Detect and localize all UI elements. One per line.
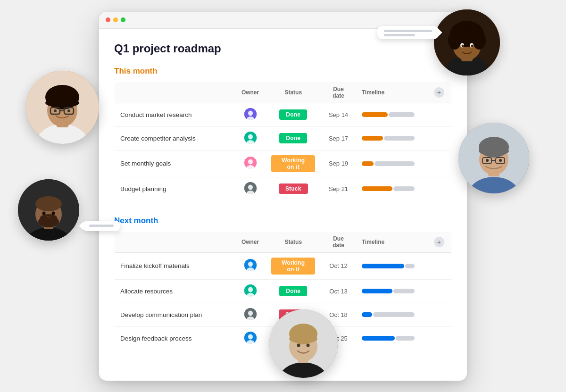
timeline-bar	[362, 336, 418, 341]
svg-point-65	[248, 262, 253, 267]
timeline-cell	[356, 252, 428, 279]
add-task-button-1[interactable]: +	[434, 87, 444, 98]
task-name-cell[interactable]: Develop communication plan	[115, 303, 235, 326]
status-badge[interactable]: Done	[279, 286, 307, 296]
status-cell[interactable]: Done	[266, 279, 321, 303]
table-row: Set monthly goals Working on itSep 19	[115, 150, 452, 177]
timeline-bar	[362, 136, 418, 141]
row-add-cell	[428, 252, 452, 279]
table-row: Budget planning StuckSep 21	[115, 177, 452, 200]
owner-cell	[235, 279, 266, 303]
th-status-1: Status	[266, 82, 321, 103]
task-name-cell[interactable]: Budget planning	[115, 177, 235, 200]
due-date-cell: Sep 17	[321, 126, 356, 150]
th-add-2: +	[428, 231, 452, 252]
status-badge[interactable]: Stuck	[279, 183, 308, 194]
status-badge[interactable]: Done	[279, 133, 307, 143]
status-cell[interactable]: Done	[266, 126, 321, 150]
task-name-cell[interactable]: Finalize kickoff materials	[115, 252, 235, 279]
avatar-person-bottom	[269, 309, 338, 378]
svg-point-50	[297, 344, 300, 347]
svg-point-59	[248, 159, 253, 165]
timeline-bar	[362, 312, 418, 317]
table-row: Finalize kickoff materials Working on it…	[115, 252, 452, 279]
svg-point-7	[454, 25, 466, 38]
dot-red	[106, 17, 110, 22]
timeline-bar	[362, 161, 418, 166]
table-row: Create competitor analysis DoneSep 17	[115, 126, 452, 150]
task-name-cell[interactable]: Allocate resources	[115, 279, 235, 303]
th-add-1: +	[428, 82, 452, 103]
timeline-bar	[362, 186, 418, 191]
page-title-row: Q1 project roadmap ···	[114, 42, 452, 55]
svg-point-8	[468, 25, 480, 38]
row-add-cell	[428, 126, 452, 150]
status-badge[interactable]: Working on it	[271, 258, 315, 275]
due-date-cell: Oct 12	[321, 252, 356, 279]
dot-green	[121, 17, 125, 22]
this-month-table: Owner Status Due date Timeline + Conduct…	[114, 82, 452, 201]
avatar-person-top-right	[434, 9, 500, 75]
th-timeline-2: Timeline	[356, 231, 428, 252]
due-date-cell: Oct 13	[321, 279, 356, 303]
svg-point-32	[52, 212, 55, 215]
owner-cell	[235, 126, 266, 150]
this-month-section: This month Owner Status Due date Timelin…	[114, 67, 452, 201]
task-name-cell[interactable]: Conduct market research	[115, 103, 235, 126]
th-owner-2: Owner	[235, 231, 266, 252]
speech-bubble-top-right	[377, 26, 439, 39]
row-add-cell	[428, 326, 452, 350]
timeline-cell	[356, 279, 428, 303]
th-owner-1: Owner	[235, 82, 266, 103]
svg-point-51	[307, 344, 310, 347]
svg-point-28	[35, 196, 62, 211]
status-badge[interactable]: Done	[279, 109, 307, 120]
timeline-bar	[362, 112, 418, 117]
avatar-person-left-bottom	[18, 179, 79, 241]
task-name-cell[interactable]: Design feedback process	[115, 326, 235, 350]
svg-point-23	[67, 109, 70, 112]
svg-point-53	[248, 110, 253, 116]
svg-point-18	[45, 98, 79, 108]
due-date-cell: Sep 19	[321, 150, 356, 177]
this-month-header-row: Owner Status Due date Timeline +	[115, 82, 452, 103]
svg-point-62	[248, 184, 253, 190]
svg-point-12	[471, 45, 474, 47]
owner-cell	[235, 326, 266, 350]
svg-point-74	[248, 334, 253, 339]
th-task-name-1	[115, 82, 235, 103]
add-task-button-2[interactable]: +	[434, 237, 444, 247]
th-status-2: Status	[266, 231, 321, 252]
status-cell[interactable]: Stuck	[266, 177, 321, 200]
owner-cell	[235, 303, 266, 326]
next-month-title: Next month	[114, 216, 452, 225]
table-row: Allocate resources DoneOct 13	[115, 279, 452, 303]
row-add-cell	[428, 177, 452, 200]
speech-bubble-left	[83, 221, 120, 231]
avatar-person-left-top	[26, 71, 99, 144]
task-name-cell[interactable]: Set monthly goals	[115, 150, 235, 177]
status-cell[interactable]: Working on it	[266, 150, 321, 177]
scene: Q1 project roadmap ··· This month Owner …	[0, 0, 566, 392]
status-cell[interactable]: Done	[266, 103, 321, 126]
svg-point-38	[479, 146, 509, 156]
status-badge[interactable]: Working on it	[271, 155, 315, 172]
row-add-cell	[428, 103, 452, 126]
svg-point-71	[248, 310, 253, 316]
task-name-cell[interactable]: Create competitor analysis	[115, 126, 235, 150]
row-add-cell	[428, 279, 452, 303]
owner-cell	[235, 103, 266, 126]
svg-point-31	[42, 212, 46, 215]
status-cell[interactable]: Working on it	[266, 252, 321, 279]
owner-cell	[235, 150, 266, 177]
owner-cell	[235, 252, 266, 279]
svg-point-56	[248, 134, 253, 139]
timeline-cell	[356, 326, 428, 350]
svg-point-11	[462, 45, 464, 47]
svg-point-43	[499, 159, 502, 162]
timeline-cell	[356, 103, 428, 126]
timeline-cell	[356, 150, 428, 177]
table-row: Conduct market research DoneSep 14	[115, 103, 452, 126]
svg-point-30	[40, 214, 57, 222]
row-add-cell	[428, 150, 452, 177]
